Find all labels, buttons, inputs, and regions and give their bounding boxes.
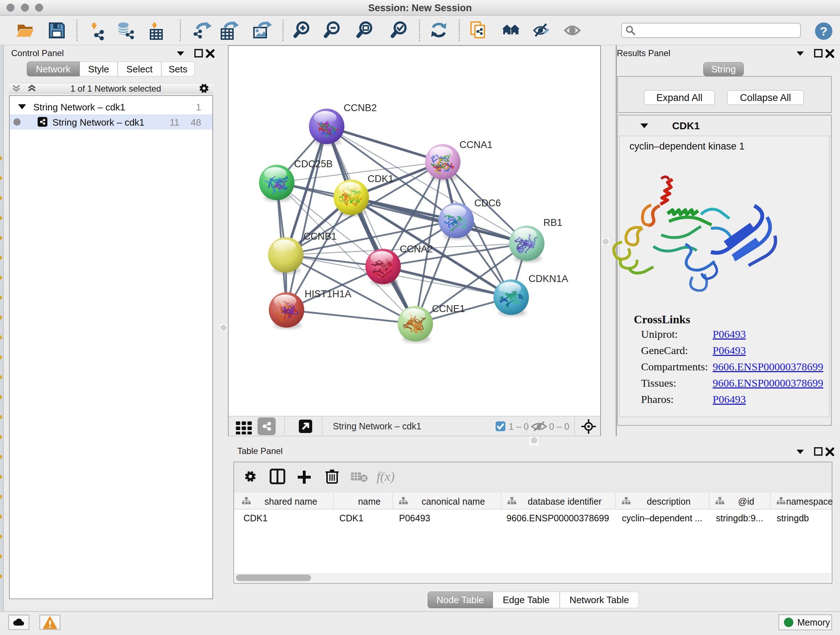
svg-text:CCNB1: CCNB1 [303, 231, 337, 242]
svg-text:CCNB2: CCNB2 [344, 103, 377, 113]
svg-text:CDKN1A: CDKN1A [529, 273, 568, 284]
svg-text:CDC6: CDC6 [474, 198, 501, 209]
svg-text:CCNE1: CCNE1 [432, 303, 465, 314]
svg-text:CDK1: CDK1 [368, 173, 393, 184]
svg-text:CDC25B: CDC25B [294, 158, 333, 169]
svg-text:HIST1H1A: HIST1H1A [305, 288, 351, 299]
svg-text:CCNA1: CCNA1 [459, 139, 493, 150]
svg-text:CCNA2: CCNA2 [400, 244, 433, 255]
svg-text:RB1: RB1 [543, 217, 562, 228]
